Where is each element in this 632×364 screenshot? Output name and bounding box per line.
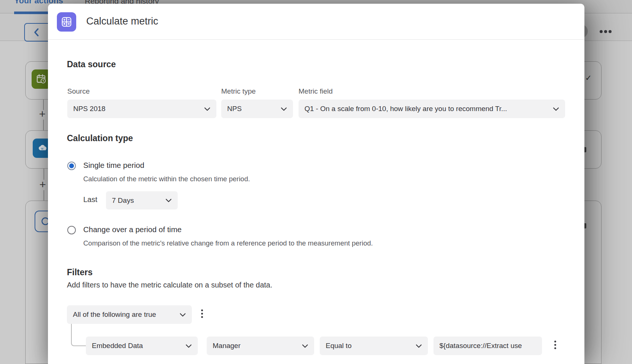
filter-value-text: ${datasource://Extract use <box>439 342 522 350</box>
calculate-metric-dialog: Calculate metric Data source Source NPS … <box>48 4 584 364</box>
chevron-down-icon <box>553 107 559 111</box>
chevron-left-icon <box>34 28 39 36</box>
source-value: NPS 2018 <box>73 105 199 113</box>
metric-field-value: Q1 - On a scale from 0-10, how likely ar… <box>304 105 548 113</box>
dot-icon <box>554 341 556 342</box>
dot-icon <box>201 309 203 311</box>
dot-icon <box>554 344 556 346</box>
chevron-down-icon <box>165 198 172 202</box>
dot-icon <box>201 313 203 315</box>
filter-group-condition-value: All of the following are true <box>73 311 174 319</box>
source-dropdown[interactable]: NPS 2018 <box>67 100 216 118</box>
filter-group-condition-dropdown[interactable]: All of the following are true <box>67 305 192 324</box>
source-label: Source <box>67 87 90 95</box>
dot-icon <box>609 30 612 33</box>
change-over-period-radio[interactable] <box>67 226 76 234</box>
filter-operator-dropdown[interactable]: Equal to <box>320 337 428 355</box>
calculation-type-heading: Calculation type <box>67 133 133 143</box>
add-task-button[interactable]: + <box>39 110 46 118</box>
dialog-header: Calculate metric <box>48 4 584 40</box>
chevron-down-icon <box>204 107 210 111</box>
chevron-down-icon <box>416 344 422 348</box>
period-value: 7 Days <box>112 196 160 205</box>
connector-line <box>43 190 44 201</box>
filter-field-type-dropdown[interactable]: Embedded Data <box>86 337 198 355</box>
filter-field-value: Manager <box>213 342 297 350</box>
metric-type-dropdown[interactable]: NPS <box>221 100 293 118</box>
dot-icon <box>554 347 556 349</box>
connector-line <box>43 120 44 130</box>
metric-type-value: NPS <box>227 105 275 113</box>
metric-type-label: Metric type <box>221 87 256 95</box>
chevron-down-icon <box>180 313 186 317</box>
change-over-period-description: Comparison of the metric's relative chan… <box>83 239 373 247</box>
data-source-heading: Data source <box>67 59 116 69</box>
single-time-period-description: Calculation of the metric within the cho… <box>83 175 250 183</box>
single-time-period-label[interactable]: Single time period <box>83 161 144 170</box>
single-time-period-radio[interactable] <box>67 162 76 170</box>
add-task-button[interactable]: + <box>39 181 46 189</box>
screen: Your actions Reporting and history <box>0 0 632 364</box>
filter-value-input[interactable]: ${datasource://Extract use <box>433 337 542 355</box>
filters-heading: Filters <box>67 267 93 277</box>
chevron-down-icon <box>186 344 192 348</box>
dialog-title: Calculate metric <box>86 16 158 27</box>
filter-field-type-value: Embedded Data <box>92 342 180 350</box>
filter-operator-value: Equal to <box>326 342 410 350</box>
period-prefix-label: Last <box>83 195 97 204</box>
dot-icon <box>604 30 607 33</box>
dot-icon <box>201 316 203 318</box>
card-icon-sliver <box>584 223 586 228</box>
card-check-icon: ✓ <box>585 74 592 82</box>
metric-field-dropdown[interactable]: Q1 - On a scale from 0-10, how likely ar… <box>299 100 565 118</box>
filter-group-menu-button[interactable] <box>199 309 205 318</box>
card-icon-sliver <box>584 147 586 152</box>
chevron-down-icon <box>281 107 287 111</box>
dot-icon <box>600 30 603 33</box>
metric-field-label: Metric field <box>299 87 333 95</box>
overflow-menu-button[interactable] <box>600 30 612 33</box>
filter-connector-line <box>71 324 86 346</box>
filters-description: Add filters to have the metric calculate… <box>67 281 273 289</box>
active-tab-underline <box>14 12 48 14</box>
filter-field-dropdown[interactable]: Manager <box>207 337 314 355</box>
filter-row-menu-button[interactable] <box>552 341 558 349</box>
chevron-down-icon <box>302 344 308 348</box>
calculator-icon <box>57 12 76 32</box>
period-dropdown[interactable]: 7 Days <box>106 191 178 209</box>
change-over-period-label[interactable]: Change over a period of time <box>83 225 181 234</box>
